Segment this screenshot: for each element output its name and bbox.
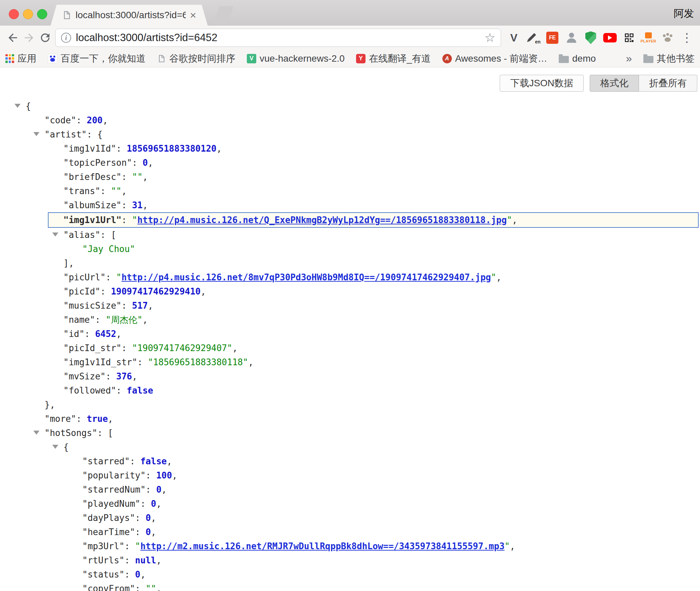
json-token: "img1v1Id_str" — [63, 357, 137, 367]
json-line: "starred": false, — [0, 454, 700, 468]
json-token: : [ — [97, 428, 113, 438]
json-line: "starredNum": 0, — [0, 483, 700, 497]
forward-button[interactable] — [21, 30, 37, 46]
bookmark-baidu[interactable]: 百度一下，你就知道 — [48, 52, 146, 65]
player-extension-icon[interactable]: PLAYER — [640, 29, 657, 46]
json-token: : — [106, 371, 116, 381]
json-token: , — [132, 371, 138, 381]
json-token: , — [148, 158, 153, 168]
browser-toolbar: i localhost:3000/artists?id=6452 ☆ V en … — [0, 26, 700, 50]
page-icon — [157, 54, 166, 63]
json-token: , — [496, 272, 502, 282]
zoom-window-icon[interactable] — [37, 9, 47, 19]
json-token: : — [121, 200, 132, 210]
json-token: 517 — [132, 301, 148, 311]
bookmark-star-icon[interactable]: ☆ — [485, 32, 495, 44]
collapse-toggle-icon[interactable] — [33, 431, 39, 435]
json-line: "img1v1Url": "http://p4.music.126.net/Q_… — [48, 212, 699, 228]
json-token: "starred" — [82, 456, 130, 466]
json-token: , — [248, 357, 254, 367]
json-token: : — [121, 343, 132, 353]
url-bar[interactable]: i localhost:3000/artists?id=6452 ☆ — [55, 29, 501, 47]
json-token: : — [140, 499, 151, 509]
youtube-icon[interactable] — [602, 29, 618, 46]
json-line: { — [0, 440, 700, 454]
download-json-button[interactable]: 下载JSON数据 — [500, 75, 584, 92]
json-token: : { — [87, 129, 103, 139]
json-token: , — [121, 186, 127, 196]
json-token: true — [87, 414, 108, 424]
browser-tab[interactable]: localhost:3000/artists?id=645 × — [51, 5, 208, 26]
json-url-link[interactable]: http://m2.music.126.net/RMJR7wDullRqppBk… — [140, 541, 504, 551]
json-token: 0 — [143, 158, 148, 168]
bookmark-google-sort[interactable]: 谷歌按时间排序 — [157, 52, 235, 65]
collapse-toggle-icon[interactable] — [52, 232, 58, 237]
qr-code-icon[interactable] — [621, 29, 637, 46]
close-window-icon[interactable] — [9, 9, 19, 19]
json-token: "briefDesc" — [63, 172, 121, 182]
v-extension-icon[interactable]: V — [506, 29, 522, 46]
bookmark-label: 在线翻译_有道 — [369, 52, 431, 65]
minimize-window-icon[interactable] — [23, 9, 33, 19]
site-info-icon[interactable]: i — [61, 33, 71, 43]
json-token: "id" — [63, 329, 85, 339]
json-token: , — [151, 527, 156, 537]
collapse-all-button[interactable]: 折叠所有 — [639, 75, 697, 92]
json-token: , — [512, 215, 518, 225]
collapse-toggle-icon[interactable] — [52, 445, 58, 449]
json-token: "followed" — [63, 385, 116, 396]
bookmark-demo-folder[interactable]: demo — [559, 53, 596, 64]
json-token: "artist" — [45, 129, 87, 139]
json-viewer-controls: 下载JSON数据 格式化 折叠所有 — [0, 67, 700, 92]
json-token: 0 — [156, 485, 162, 495]
other-bookmarks-label: 其他书签 — [657, 52, 695, 65]
bookmark-awesomes[interactable]: A Awesomes - 前端资… — [442, 52, 547, 65]
json-token: " — [491, 272, 496, 282]
json-token: : — [76, 414, 87, 424]
bookmark-label: vue-hackernews-2.0 — [260, 53, 345, 64]
format-button[interactable]: 格式化 — [590, 75, 639, 92]
translate-pen-icon[interactable]: en — [525, 29, 541, 46]
json-token: " — [507, 215, 512, 225]
bookmarks-overflow-chevron[interactable]: » — [626, 52, 632, 65]
bookmark-vue-hackernews[interactable]: V vue-hackernews-2.0 — [247, 53, 345, 64]
json-line: "copyFrom": "", — [0, 582, 700, 591]
json-token: , — [116, 329, 122, 339]
new-tab-button[interactable] — [214, 6, 233, 24]
profile-icon[interactable] — [563, 29, 580, 46]
json-token: , — [216, 144, 222, 154]
json-token: "hearTime" — [82, 527, 135, 537]
reload-button[interactable] — [37, 30, 53, 46]
json-token: : — [124, 569, 135, 580]
json-token: : — [85, 329, 95, 339]
collapse-toggle-icon[interactable] — [14, 104, 21, 108]
shield-extension-icon[interactable] — [583, 29, 599, 46]
json-token: , — [172, 470, 177, 480]
fe-extension-icon[interactable]: FE — [544, 29, 560, 46]
json-token: 6452 — [95, 329, 116, 339]
extension-icons: V en FE PLAYER ⋮ — [506, 29, 695, 46]
bookmark-youdao[interactable]: Y 在线翻译_有道 — [356, 52, 431, 65]
back-button[interactable] — [5, 30, 21, 46]
json-token: , — [510, 541, 515, 551]
json-url-link[interactable]: http://p4.music.126.net/8mv7qP30Pd3oHW8b… — [121, 272, 491, 282]
json-token: , — [143, 172, 148, 182]
json-token: 0 — [146, 527, 151, 537]
json-token: "topicPerson" — [63, 158, 132, 168]
browser-user-label: 阿发 — [674, 7, 694, 21]
json-token: 200 — [87, 115, 103, 125]
json-token: "" — [111, 186, 121, 196]
json-token: }, — [45, 400, 55, 410]
collapse-toggle-icon[interactable] — [33, 132, 39, 136]
url-input[interactable]: localhost:3000/artists?id=6452 — [76, 32, 480, 44]
tab-close-icon[interactable]: × — [190, 10, 196, 21]
bookmark-apps[interactable]: 应用 — [5, 52, 36, 65]
paw-icon[interactable] — [660, 29, 676, 46]
other-bookmarks[interactable]: 其他书签 — [643, 52, 695, 65]
json-token: : [ — [100, 230, 116, 240]
json-url-link[interactable]: http://p4.music.126.net/Q_ExePNkmgB2yWyL… — [137, 215, 507, 225]
json-line: "mp3Url": "http://m2.music.126.net/RMJR7… — [0, 539, 700, 553]
json-line: "trans": "", — [0, 184, 700, 198]
json-line: "playedNum": 0, — [0, 497, 700, 511]
browser-menu-icon[interactable]: ⋮ — [679, 29, 695, 46]
